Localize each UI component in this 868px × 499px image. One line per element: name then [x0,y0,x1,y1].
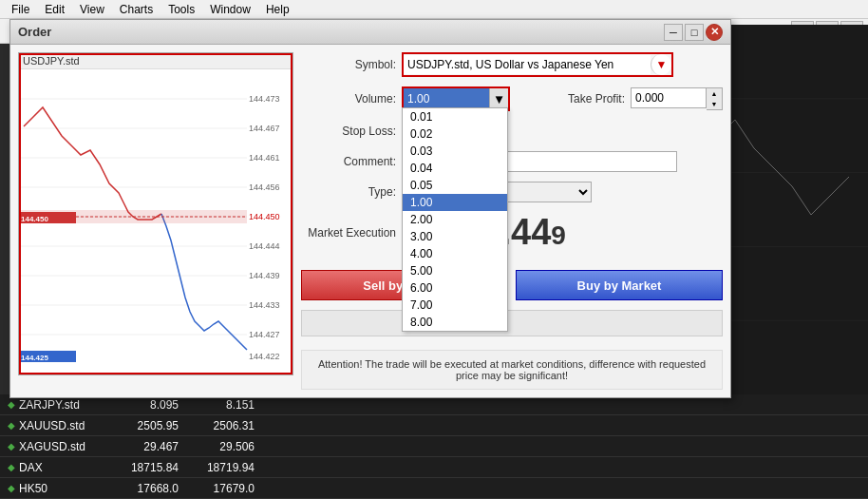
maximize-button[interactable]: □ [685,24,704,41]
menu-edit[interactable]: Edit [37,0,72,18]
menu-charts[interactable]: Charts [112,0,160,18]
menu-window[interactable]: Window [202,0,258,18]
menu-file[interactable]: File [4,0,37,18]
dialog-title: Order [18,25,51,39]
menu-help[interactable]: Help [258,0,297,18]
dialog-titlebar: Order ─ □ ✕ [10,20,730,44]
menu-tools[interactable]: Tools [160,0,202,18]
close-button[interactable]: ✕ [706,24,723,41]
menu-view[interactable]: View [72,0,112,18]
order-dialog: Order ─ □ ✕ USDJPY.std [9,19,731,44]
minimize-button[interactable]: ─ [664,24,683,41]
dialog-controls: ─ □ ✕ [664,24,723,41]
menubar: File Edit View Charts Tools Window Help [0,0,868,19]
